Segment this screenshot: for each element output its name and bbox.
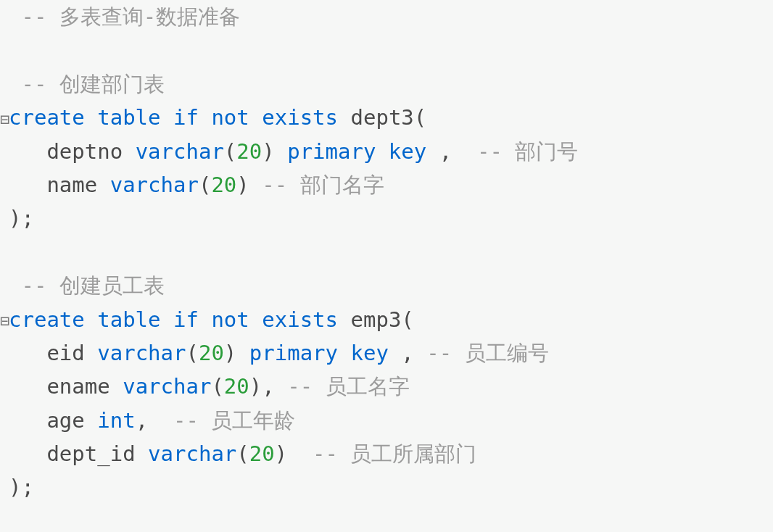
fold-gutter — [0, 476, 9, 502]
column-name: dept_id — [46, 441, 135, 466]
comment-text: -- 创建部门表 — [21, 72, 164, 96]
keyword-key: key — [350, 341, 388, 365]
keyword-key: key — [389, 139, 426, 164]
paren-open: ( — [186, 341, 198, 365]
keyword-create: create — [9, 307, 85, 332]
datatype: varchar — [123, 374, 211, 399]
fold-collapse-icon[interactable]: ⊟ — [0, 107, 9, 132]
paren-open: ( — [224, 139, 236, 164]
paren-close: ) — [249, 374, 262, 399]
comma: , — [401, 341, 413, 365]
paren-open: ( — [414, 105, 426, 130]
keyword-create: create — [9, 105, 85, 130]
paren-open: ( — [211, 374, 223, 399]
fold-gutter — [0, 409, 9, 434]
keyword-exists: exists — [262, 307, 338, 332]
table-name: dept3 — [351, 105, 414, 130]
number-literal: 20 — [249, 441, 275, 466]
keyword-if: if — [173, 105, 199, 130]
fold-gutter — [0, 140, 9, 165]
keyword-not: not — [211, 307, 249, 332]
code-line: deptno varchar(20) primary key , -- 部门号 — [0, 135, 773, 168]
code-line: ); — [0, 470, 773, 504]
comment-text: -- 部门名字 — [262, 173, 384, 197]
comment-text: -- 员工年龄 — [173, 408, 295, 433]
keyword-not: not — [211, 105, 249, 130]
column-name: deptno — [46, 139, 123, 164]
code-line: name varchar(20) -- 部门名字 — [0, 168, 773, 201]
paren-close: ) — [224, 341, 236, 365]
comment-text: -- 员工名字 — [287, 374, 409, 399]
code-line-blank — [0, 236, 773, 269]
column-name: name — [46, 173, 97, 197]
keyword-table: table — [97, 105, 160, 130]
comma: , — [439, 139, 452, 164]
fold-gutter — [0, 341, 9, 367]
fold-gutter — [0, 173, 9, 199]
column-name: ename — [46, 374, 109, 399]
paren-open: ( — [236, 441, 249, 466]
code-line: eid varchar(20) primary key , -- 员工编号 — [0, 336, 773, 370]
column-name: age — [46, 408, 84, 433]
keyword-primary: primary — [287, 139, 376, 164]
number-literal: 20 — [224, 374, 249, 399]
code-line: age int, -- 员工年龄 — [0, 404, 773, 437]
fold-gutter — [0, 72, 9, 98]
paren-close: ) — [262, 139, 274, 164]
fold-gutter — [0, 375, 9, 401]
number-literal: 20 — [236, 139, 262, 164]
code-line-blank — [0, 33, 773, 67]
code-line: -- 创建员工表 — [0, 269, 773, 302]
code-line: -- 创建部门表 — [0, 67, 773, 101]
close-statement: ); — [9, 206, 34, 230]
code-editor[interactable]: -- 多表查询-数据准备 -- 创建部门表 ⊟create table if n… — [0, 0, 773, 504]
comma: , — [262, 374, 274, 399]
code-line: ); — [0, 201, 773, 235]
close-statement: ); — [9, 475, 34, 499]
table-name: emp3 — [351, 307, 402, 332]
fold-gutter — [0, 5, 9, 30]
datatype: varchar — [110, 173, 199, 197]
datatype: varchar — [148, 441, 236, 466]
keyword-exists: exists — [262, 105, 338, 130]
datatype: int — [97, 408, 135, 433]
column-name: eid — [46, 341, 84, 365]
code-line: ename varchar(20), -- 员工名字 — [0, 370, 773, 403]
datatype: varchar — [136, 139, 224, 164]
keyword-primary: primary — [249, 341, 338, 365]
code-line: ⊟create table if not exists dept3( — [0, 101, 773, 134]
number-literal: 20 — [211, 173, 236, 197]
comment-text: -- 多表查询-数据准备 — [21, 4, 240, 29]
code-line: -- 多表查询-数据准备 — [0, 0, 773, 33]
paren-open: ( — [401, 307, 413, 332]
code-line: dept_id varchar(20) -- 员工所属部门 — [0, 437, 773, 470]
keyword-if: if — [173, 307, 199, 332]
fold-gutter — [0, 207, 9, 233]
paren-open: ( — [199, 173, 211, 197]
comma: , — [136, 408, 148, 433]
paren-close: ) — [275, 441, 287, 466]
fold-gutter — [0, 275, 9, 300]
fold-collapse-icon[interactable]: ⊟ — [0, 308, 9, 333]
fold-gutter — [0, 442, 9, 467]
datatype: varchar — [97, 341, 186, 365]
number-literal: 20 — [199, 341, 224, 365]
comment-text: -- 员工编号 — [426, 341, 548, 365]
comment-text: -- 员工所属部门 — [313, 441, 476, 466]
code-line: ⊟create table if not exists emp3( — [0, 303, 773, 336]
comment-text: -- 创建员工表 — [21, 273, 164, 298]
paren-close: ) — [236, 173, 249, 197]
keyword-table: table — [97, 307, 160, 332]
comment-text: -- 部门号 — [477, 139, 578, 164]
